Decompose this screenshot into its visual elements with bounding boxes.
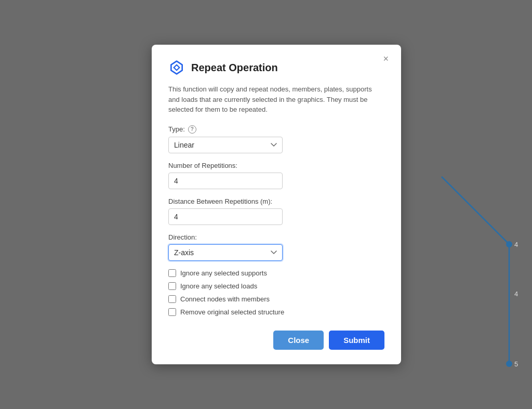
type-select[interactable]: Linear Radial [168, 137, 283, 153]
type-field-group: Type: ? Linear Radial [168, 125, 384, 153]
modal-description: This function will copy and repeat nodes… [168, 84, 384, 115]
type-label: Type: ? [168, 125, 384, 134]
direction-field-group: Direction: X-axis Y-axis Z-axis [168, 233, 384, 261]
checkbox-group: Ignore any selected supports Ignore any … [168, 269, 384, 316]
submit-button[interactable]: Submit [329, 331, 384, 350]
checkbox-connect[interactable] [168, 295, 176, 303]
repeat-operation-icon [168, 59, 185, 76]
checkbox-loads[interactable] [168, 282, 176, 290]
direction-select[interactable]: X-axis Y-axis Z-axis [168, 244, 283, 261]
close-icon-button[interactable]: × [380, 53, 392, 64]
repetitions-input[interactable] [168, 173, 283, 189]
repetitions-label: Number of Repetitions: [168, 162, 384, 169]
distance-field-group: Distance Between Repetitions (m): [168, 197, 384, 225]
checkbox-supports-label: Ignore any selected supports [180, 269, 267, 277]
checkbox-remove[interactable] [168, 308, 176, 316]
checkbox-item-loads[interactable]: Ignore any selected loads [168, 282, 384, 290]
direction-label: Direction: [168, 233, 384, 241]
svg-marker-7 [171, 61, 182, 74]
modal-overlay: Repeat Operation × This function will co… [0, 0, 532, 409]
modal-footer: Close Submit [168, 331, 384, 350]
modal-header: Repeat Operation [168, 59, 384, 76]
close-button[interactable]: Close [273, 331, 324, 350]
checkbox-loads-label: Ignore any selected loads [180, 282, 257, 290]
repeat-operation-modal: Repeat Operation × This function will co… [152, 45, 401, 364]
checkbox-item-supports[interactable]: Ignore any selected supports [168, 269, 384, 277]
distance-input[interactable] [168, 208, 283, 225]
checkbox-supports[interactable] [168, 269, 176, 277]
modal-title: Repeat Operation [191, 62, 278, 74]
repetitions-field-group: Number of Repetitions: [168, 162, 384, 189]
checkbox-connect-label: Connect nodes with members [180, 295, 270, 303]
type-help-icon[interactable]: ? [188, 125, 196, 134]
checkbox-item-connect[interactable]: Connect nodes with members [168, 295, 384, 303]
distance-label: Distance Between Repetitions (m): [168, 197, 384, 205]
checkbox-remove-label: Remove original selected structure [180, 308, 284, 316]
checkbox-item-remove[interactable]: Remove original selected structure [168, 308, 384, 316]
